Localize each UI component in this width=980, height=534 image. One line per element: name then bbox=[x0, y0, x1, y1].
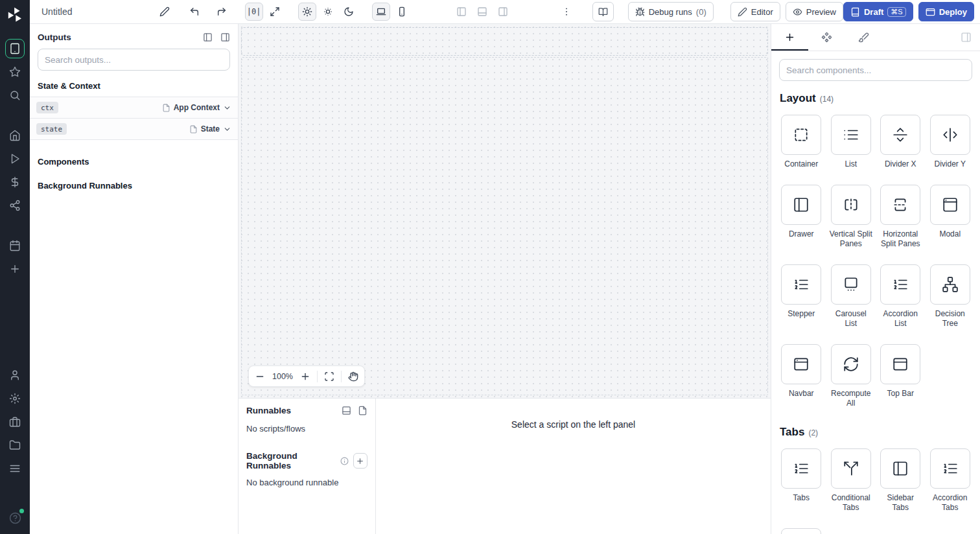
draft-save-button[interactable]: Draft ⌘S bbox=[843, 2, 913, 21]
collapse-panel-button[interactable] bbox=[951, 24, 980, 51]
expand-canvas-button[interactable] bbox=[266, 3, 284, 21]
component-label: Stepper bbox=[788, 309, 815, 319]
sidebar-item-schedules[interactable] bbox=[5, 236, 25, 255]
search-components-input[interactable] bbox=[779, 59, 972, 81]
sidebar-item-home[interactable] bbox=[5, 126, 25, 145]
sidebar-item-favorites[interactable] bbox=[5, 62, 25, 82]
undo-button[interactable] bbox=[185, 3, 204, 21]
canvas-grid[interactable]: 100% bbox=[241, 57, 768, 395]
preview-mode-label: Preview bbox=[806, 7, 836, 17]
sidebar-item-account[interactable] bbox=[5, 366, 25, 385]
component-card[interactable]: Divider Y bbox=[929, 115, 972, 169]
component-card[interactable]: Carousel List bbox=[830, 264, 873, 329]
sidebar-item-variables[interactable] bbox=[5, 172, 25, 192]
component-card[interactable]: Vertical Split Panes bbox=[830, 185, 873, 249]
component-card[interactable]: Accordion Tabs bbox=[929, 448, 972, 513]
help-button[interactable] bbox=[5, 508, 25, 528]
editor-mode-button[interactable]: Editor bbox=[730, 2, 780, 21]
theme-light-button[interactable] bbox=[319, 3, 337, 21]
dock-bottom-icon[interactable] bbox=[342, 406, 351, 415]
fit-view-button[interactable] bbox=[321, 368, 338, 385]
width-toggle-button[interactable]: |0| bbox=[245, 3, 263, 21]
component-card[interactable]: Decision Tree bbox=[929, 264, 972, 329]
component-card[interactable]: Container bbox=[780, 115, 823, 169]
component-card[interactable]: Stepper bbox=[780, 264, 823, 329]
component-card[interactable] bbox=[780, 528, 823, 534]
add-background-runnable-button[interactable] bbox=[353, 453, 368, 469]
docs-button[interactable] bbox=[592, 2, 614, 21]
sidebar-item-folders[interactable] bbox=[5, 435, 25, 455]
sidebar-item-search[interactable] bbox=[5, 86, 25, 105]
dock-panel-right-icon[interactable] bbox=[220, 32, 230, 42]
canvas-drop-strip[interactable] bbox=[241, 27, 768, 56]
component-card[interactable]: Drawer bbox=[780, 185, 823, 249]
modal-icon bbox=[942, 196, 959, 213]
zoom-in-button[interactable] bbox=[297, 368, 314, 385]
edit-title-button[interactable] bbox=[156, 3, 174, 21]
sidebar-bottom-nav bbox=[5, 366, 25, 482]
desktop-view-button[interactable] bbox=[372, 3, 390, 21]
mobile-view-button[interactable] bbox=[393, 3, 411, 21]
toolbar-divider bbox=[341, 371, 342, 382]
theme-auto-button[interactable] bbox=[298, 3, 316, 21]
sidebar-item-app-editor[interactable] bbox=[5, 39, 25, 58]
component-card[interactable]: Recompute All bbox=[830, 344, 873, 408]
tab-styling[interactable] bbox=[845, 24, 882, 51]
component-icon bbox=[821, 32, 832, 43]
toggle-right-panel-button[interactable] bbox=[494, 3, 512, 21]
component-card[interactable]: Top Bar bbox=[879, 344, 922, 408]
search-outputs-input[interactable] bbox=[38, 49, 230, 71]
component-card[interactable]: List bbox=[830, 115, 873, 169]
tab-insert-component[interactable] bbox=[771, 24, 808, 51]
deploy-button[interactable]: Deploy bbox=[918, 2, 974, 21]
debug-runs-button[interactable]: Debug runs (0) bbox=[628, 2, 714, 21]
output-row-ctx[interactable]: ctxApp Context bbox=[30, 97, 238, 119]
sidebar-top-nav bbox=[5, 39, 25, 283]
component-card[interactable]: Horizontal Split Panes bbox=[879, 185, 922, 249]
sidebar-item-settings[interactable] bbox=[5, 389, 25, 408]
tabs-icon bbox=[793, 460, 810, 477]
component-card[interactable]: Conditional Tabs bbox=[830, 448, 873, 513]
app-canvas[interactable]: 100% bbox=[239, 24, 771, 398]
pan-tool-button[interactable] bbox=[345, 368, 362, 385]
list-icon bbox=[843, 126, 859, 143]
runnables-title: Runnables bbox=[246, 406, 291, 415]
tab-component-settings[interactable] bbox=[808, 24, 845, 51]
info-icon bbox=[340, 457, 349, 465]
outputs-panel: Outputs State & Context ctxApp Contextst… bbox=[30, 24, 239, 534]
toggle-bottom-panel-button[interactable] bbox=[473, 3, 491, 21]
section-count: (14) bbox=[820, 95, 834, 104]
chevron-down-icon[interactable] bbox=[223, 125, 231, 134]
components-section-layout: Layout (14) ContainerListDivider XDivide… bbox=[771, 92, 980, 408]
component-label: Navbar bbox=[789, 389, 814, 399]
component-card[interactable]: Accordion List bbox=[879, 264, 922, 329]
component-card[interactable]: Sidebar Tabs bbox=[879, 448, 922, 513]
doc-icon[interactable] bbox=[358, 406, 368, 415]
sidebar-item-workspace[interactable] bbox=[5, 412, 25, 432]
sidebar-item-runs[interactable] bbox=[5, 149, 25, 168]
chevron-down-icon[interactable] bbox=[223, 104, 231, 112]
component-card[interactable]: Divider X bbox=[879, 115, 922, 169]
sidebar-item-audit-logs[interactable] bbox=[5, 459, 25, 478]
preview-mode-button[interactable]: Preview bbox=[786, 2, 843, 21]
refresh-icon bbox=[843, 356, 859, 373]
component-label: Divider Y bbox=[935, 159, 966, 169]
component-card[interactable]: Tabs bbox=[780, 448, 823, 513]
zoom-out-button[interactable] bbox=[251, 368, 268, 385]
component-card[interactable]: Navbar bbox=[780, 344, 823, 408]
theme-dark-button[interactable] bbox=[340, 3, 358, 21]
background-runnables-title: Background Runnables bbox=[246, 451, 336, 470]
windmill-logo-icon[interactable] bbox=[6, 6, 23, 23]
redo-button[interactable] bbox=[213, 3, 231, 21]
app-title[interactable]: Untitled bbox=[41, 6, 72, 17]
debug-runs-label: Debug runs bbox=[649, 7, 692, 17]
components-panel-tabbar bbox=[771, 24, 980, 51]
toggle-left-panel-button[interactable] bbox=[452, 3, 471, 21]
component-card[interactable]: Modal bbox=[929, 185, 972, 249]
sidebar-item-resources[interactable] bbox=[5, 196, 25, 215]
sidebar-item-create[interactable] bbox=[5, 259, 25, 279]
output-row-state[interactable]: stateState bbox=[30, 119, 238, 140]
more-menu-button[interactable] bbox=[557, 3, 576, 21]
output-key-chip: state bbox=[36, 123, 67, 135]
dock-panel-left-icon[interactable] bbox=[203, 32, 213, 42]
